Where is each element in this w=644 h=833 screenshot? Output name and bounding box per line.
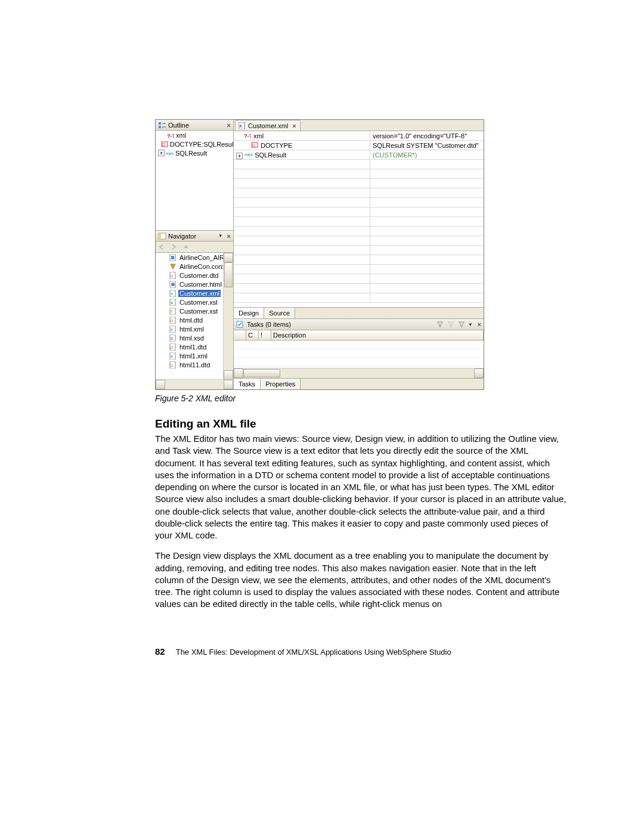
scrollbar-horizontal[interactable] <box>156 379 233 389</box>
view-menu-icon[interactable]: ▼ <box>468 322 473 327</box>
tree-label: DOCTYPE:SQLResult <box>170 141 233 148</box>
file-label: Customer.dtd <box>178 272 219 279</box>
navigator-file[interactable]: Dhtml.dtd <box>156 315 224 324</box>
tab-source[interactable]: Source <box>264 308 295 318</box>
tab-design[interactable]: Design <box>234 308 264 318</box>
tasks-col-description[interactable]: Description <box>271 330 484 340</box>
navigator-file[interactable]: DCustomer.dtd <box>156 271 224 280</box>
tasks-col-c[interactable]: C <box>246 330 259 340</box>
outline-node[interactable]: DDOCTYPE:SQLResult <box>156 140 233 148</box>
editor-tab-bar: X Customer.xml × <box>234 120 484 131</box>
navigator-toolbar <box>156 241 233 253</box>
navigator-file[interactable]: Dhtml11.dtd <box>156 360 224 369</box>
svg-text:X: X <box>171 328 173 332</box>
elem-icon: <e> <box>166 150 174 157</box>
xsd-file-icon: S <box>169 335 177 342</box>
file-label: Customer.xml <box>178 290 221 297</box>
file-label: Customer.xst <box>178 308 219 315</box>
close-icon[interactable]: × <box>478 321 481 328</box>
design-row-name[interactable]: D DOCTYPE <box>234 141 370 150</box>
editor-tab-customer-xml[interactable]: X Customer.xml × <box>235 120 301 131</box>
svg-text:?-?: ?-? <box>167 133 174 138</box>
design-row-value[interactable]: (CUSTOMER*) <box>370 150 484 160</box>
xml-editor-screenshot: Outline × ?-?xmlDDOCTYPE:SQLResult+<e>SQ… <box>155 119 484 390</box>
file-label: AirlineCon_AIRLINE. <box>178 254 224 261</box>
scrollbar-horizontal[interactable] <box>234 368 484 378</box>
xml-file-icon: X <box>238 122 246 129</box>
svg-text:S: S <box>171 337 173 340</box>
svg-text:X: X <box>171 292 173 296</box>
navigator-file[interactable]: XCustomer.xml <box>156 289 224 298</box>
navigator-file[interactable]: Customer.html <box>156 280 224 289</box>
outline-node[interactable]: +<e>SQLResult <box>156 148 233 157</box>
tasks-table[interactable]: C ! Description <box>234 330 484 378</box>
dtd-file-icon: D <box>169 317 177 324</box>
xml-file-icon: X <box>169 326 177 333</box>
nav-back-icon[interactable] <box>158 243 166 250</box>
footer-title: The XML Files: Development of XML/XSL Ap… <box>176 648 451 657</box>
navigator-view-title: Navigator ▼ × <box>156 231 233 241</box>
tree-label: xml <box>176 132 186 139</box>
figure-caption: Figure 5-2 XML editor <box>155 394 566 403</box>
svg-text:D: D <box>162 143 165 147</box>
node-value[interactable]: SQLResult SYSTEM "Customer.dtd" <box>373 142 479 149</box>
outline-node[interactable]: ?-?xml <box>156 131 233 140</box>
navigator-file[interactable]: SCustomer.xsl <box>156 298 224 306</box>
svg-text:D: D <box>171 346 174 349</box>
node-value[interactable]: (CUSTOMER*) <box>373 151 417 159</box>
tab-tasks[interactable]: Tasks <box>234 379 261 389</box>
file-label: html.xml <box>178 326 205 333</box>
navigator-file[interactable]: Dhtml1.dtd <box>156 342 224 351</box>
view-menu-icon[interactable]: ▼ <box>218 233 223 239</box>
design-row-name[interactable]: ?-? xml <box>234 131 370 141</box>
navigator-file[interactable]: Shtml.xsd <box>156 333 224 342</box>
close-icon[interactable]: × <box>227 233 231 240</box>
file-label: AirlineCon.conxmi <box>178 263 224 270</box>
nav-up-icon[interactable] <box>182 243 190 250</box>
tasks-icon <box>236 321 244 328</box>
file-label: html.dtd <box>178 317 204 324</box>
tasks-col-completed[interactable] <box>234 330 246 340</box>
xml-design-view[interactable]: ?-? xmlversion="1.0" encoding="UTF-8"D D… <box>234 131 484 308</box>
navigator-file[interactable]: AirlineCon.conxmi <box>156 262 224 271</box>
elem-icon: <e> <box>244 151 253 158</box>
page-number: 82 <box>155 646 165 657</box>
body-paragraph: The XML Editor has two main views: Sourc… <box>155 433 566 541</box>
node-value[interactable]: version="1.0" encoding="UTF-8" <box>373 132 467 140</box>
tab-properties[interactable]: Properties <box>261 379 301 389</box>
outline-tree[interactable]: ?-?xmlDDOCTYPE:SQLResult+<e>SQLResult <box>156 131 233 230</box>
html-file-icon <box>169 281 177 288</box>
navigator-file[interactable]: Xhtml1.xml <box>156 351 224 360</box>
close-icon[interactable]: × <box>227 122 231 129</box>
navigator-file[interactable]: TCustomer.xst <box>156 306 224 315</box>
file-label: html1.xml <box>178 352 209 360</box>
con-file-icon <box>169 263 177 270</box>
design-row-value[interactable]: version="1.0" encoding="UTF-8" <box>370 131 484 141</box>
svg-point-15 <box>171 283 175 286</box>
filter-icon[interactable] <box>436 321 444 328</box>
dtd-file-icon: D <box>169 343 177 351</box>
file-label: html11.dtd <box>178 361 211 368</box>
expand-icon[interactable]: + <box>158 150 165 156</box>
close-icon[interactable]: × <box>292 122 296 129</box>
navigator-file[interactable]: AirlineCon_AIRLINE. <box>156 253 224 262</box>
scrollbar-vertical[interactable] <box>223 253 233 380</box>
nav-forward-icon[interactable] <box>170 243 178 250</box>
svg-rect-9 <box>159 233 161 239</box>
file-label: html.xsd <box>178 335 205 342</box>
navigator-file[interactable]: Xhtml.xml <box>156 324 224 333</box>
tasks-col-priority[interactable]: ! <box>259 330 271 340</box>
svg-rect-1 <box>159 126 161 128</box>
filter-icon[interactable] <box>447 321 455 328</box>
dtd-file-icon: D <box>169 272 177 279</box>
design-row-value[interactable]: SQLResult SYSTEM "Customer.dtd" <box>370 141 484 150</box>
outline-icon <box>158 122 166 129</box>
svg-text:D: D <box>171 319 174 323</box>
expand-icon[interactable]: + <box>236 153 243 159</box>
design-row-name[interactable]: + <e> SQLResult <box>234 150 370 160</box>
navigator-tree[interactable]: AirlineCon_AIRLINE.AirlineCon.conxmiDCus… <box>156 253 233 389</box>
dtd-file-icon: D <box>169 361 177 368</box>
sql-file-icon <box>169 254 177 261</box>
filter-icon[interactable] <box>457 321 466 328</box>
pi-icon: ?-? <box>243 132 252 139</box>
